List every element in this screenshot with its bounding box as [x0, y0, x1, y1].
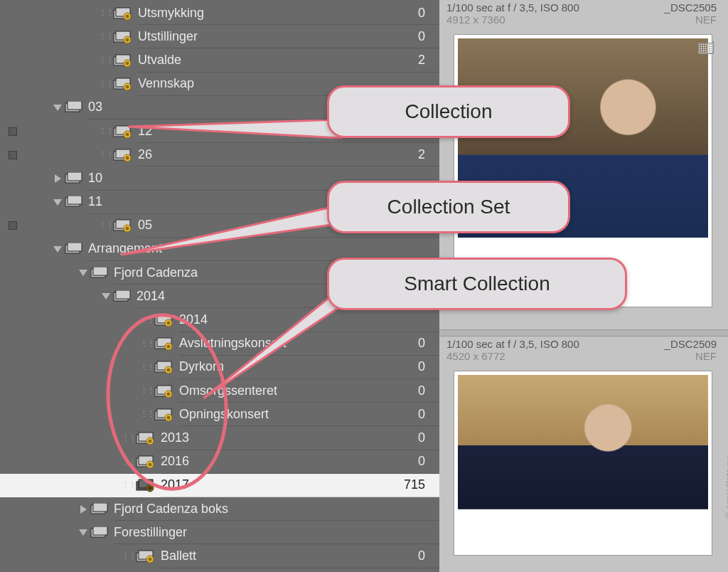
collection-set-icon: [90, 267, 108, 280]
annotation-smart-collection: Smart Collection: [327, 258, 627, 310]
drag-grip-icon: ⋮⋮: [100, 55, 112, 65]
thumbnail-cell-2[interactable]: 1/100 sec at f / 3,5, ISO 800 _DSC2509 4…: [439, 337, 728, 572]
svg-point-11: [126, 61, 129, 65]
item-count: [408, 497, 439, 521]
exposure-text: 1/100 sec at f / 3,5, ISO 800: [446, 1, 579, 14]
tree-item-label: Utsmykking: [138, 1, 408, 25]
tree-row[interactable]: ⋮⋮Utsmykking0: [0, 1, 439, 25]
item-count: 0: [408, 1, 439, 25]
dimensions-text: 4912 x 7360: [446, 14, 505, 26]
item-count: 0: [408, 544, 439, 568]
item-count: 2: [408, 48, 439, 72]
filmstrip-icon: [698, 43, 714, 54]
svg-rect-39: [116, 290, 130, 299]
annotation-collection: Collection: [327, 85, 570, 138]
item-count: 0: [408, 25, 439, 48]
drag-grip-icon: ⋮⋮: [122, 551, 135, 561]
svg-point-3: [126, 14, 129, 18]
svg-rect-37: [93, 267, 107, 275]
drag-grip-icon: ⋮⋮: [100, 127, 112, 136]
dimensions-text: 4520 x 6772: [446, 350, 505, 362]
file-ext-text: NEF: [695, 350, 717, 362]
item-count: 0: [408, 426, 439, 450]
disclosure-down-icon[interactable]: [100, 293, 112, 300]
collection-set-icon: [112, 290, 131, 303]
item-count: 0: [408, 332, 439, 356]
tree-row[interactable]: ⋮⋮2017715: [0, 474, 439, 497]
item-count: 2: [408, 143, 439, 166]
collection-set-icon: [90, 503, 108, 516]
tree-item-label: Forestillinger: [114, 521, 408, 544]
disclosure-down-icon[interactable]: [51, 199, 64, 206]
drag-grip-icon: ⋮⋮: [100, 32, 112, 41]
item-count: 715: [408, 474, 439, 497]
collection-set-icon: [64, 243, 82, 255]
svg-marker-82: [203, 285, 346, 398]
tree-row[interactable]: ⋮⋮Ballett0: [0, 544, 439, 568]
item-count: [408, 521, 439, 544]
tree-row[interactable]: ⋮⋮Utvalde2: [0, 48, 439, 72]
drag-grip-icon: ⋮⋮: [100, 9, 112, 18]
watermark-text: © arnoldfoto.no: [724, 455, 728, 519]
drag-grip-icon: ⋮⋮: [122, 481, 135, 490]
svg-rect-17: [68, 101, 82, 110]
collection-set-icon: [64, 172, 82, 185]
checkbox[interactable]: [9, 221, 17, 230]
disclosure-right-icon[interactable]: [77, 505, 90, 514]
tree-item-label: Ballett: [161, 544, 408, 568]
filename-text: _DSC2509: [665, 338, 717, 350]
disclosure-down-icon[interactable]: [51, 105, 64, 111]
drag-grip-icon: ⋮⋮: [100, 221, 112, 231]
disclosure-down-icon[interactable]: [77, 270, 90, 276]
svg-rect-27: [68, 172, 82, 181]
collection-set-icon: [90, 526, 108, 539]
exposure-text: 1/100 sec at f / 3,5, ISO 800: [446, 338, 579, 350]
item-count: 0: [408, 356, 439, 379]
smart-collection-icon: [135, 549, 155, 563]
tree-row[interactable]: ⋮⋮20160: [0, 450, 439, 474]
tree-item-label: Utstillinger: [138, 25, 408, 48]
smart-collection-icon: [112, 30, 132, 44]
file-ext-text: NEF: [695, 14, 717, 26]
drag-grip-icon: ⋮⋮: [100, 80, 112, 89]
tree-row[interactable]: Forestillinger: [0, 521, 439, 544]
item-count: [408, 308, 439, 332]
thumbnail-image[interactable]: [454, 371, 712, 556]
collection-set-icon: [64, 196, 82, 208]
svg-point-15: [126, 85, 129, 89]
annotation-collection-set: Collection Set: [327, 181, 570, 233]
svg-rect-35: [68, 243, 82, 251]
checkbox[interactable]: [9, 127, 17, 136]
svg-marker-80: [128, 120, 341, 138]
smart-collection-icon: [112, 6, 132, 21]
item-count: 0: [408, 450, 439, 474]
filename-text: _DSC2505: [665, 1, 717, 14]
disclosure-right-icon[interactable]: [51, 174, 64, 183]
disclosure-down-icon[interactable]: [51, 246, 64, 253]
svg-marker-81: [121, 205, 341, 255]
tree-item-label: Utvalde: [138, 48, 408, 72]
smart-collection-icon: [112, 53, 132, 68]
tree-row[interactable]: ⋮⋮Utstillinger0: [0, 25, 439, 48]
svg-point-79: [149, 557, 152, 561]
svg-rect-73: [93, 503, 107, 512]
tree-row[interactable]: Fjord Cadenza boks: [0, 497, 439, 521]
svg-point-7: [126, 38, 129, 41]
drag-grip-icon: ⋮⋮: [100, 150, 112, 159]
cell-divider: [439, 329, 728, 337]
checkbox[interactable]: [9, 151, 17, 159]
tree-item-label: Fjord Cadenza boks: [114, 497, 408, 521]
svg-point-71: [149, 487, 152, 490]
disclosure-down-icon[interactable]: [77, 529, 90, 536]
collection-set-icon: [64, 101, 82, 114]
smart-collection-icon: [112, 77, 132, 91]
item-count: 0: [408, 403, 439, 426]
item-count: 0: [408, 379, 439, 403]
svg-rect-75: [93, 526, 107, 535]
svg-rect-29: [68, 196, 82, 204]
